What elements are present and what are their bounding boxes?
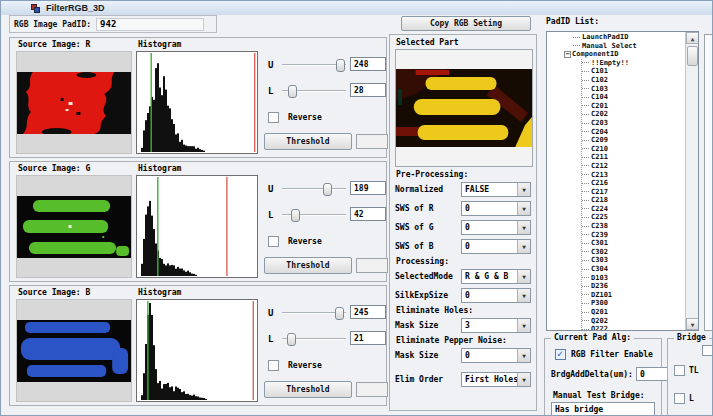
rgb-filter-enable-checkbox[interactable] (555, 349, 566, 360)
chevron-down-icon[interactable]: ▼ (517, 289, 530, 302)
copy-rgb-setting-button[interactable]: Copy RGB Seting (401, 16, 531, 31)
l-value-field[interactable]: 28 (350, 83, 386, 97)
chevron-down-icon[interactable]: ▼ (517, 221, 530, 234)
reverse-checkbox[interactable] (268, 236, 279, 247)
l-slider[interactable] (282, 208, 346, 222)
param-row: SilkExpSize 0▼ (395, 287, 531, 303)
threshold-button[interactable]: Threshold (264, 381, 352, 398)
u-slider[interactable] (282, 58, 346, 72)
reverse-checkbox[interactable] (268, 112, 279, 123)
tree-item[interactable]: C217 (582, 188, 685, 197)
collapse-icon[interactable]: − (564, 51, 571, 58)
tree-item-launchpadid[interactable]: LaunchPadID (547, 33, 685, 42)
tree-item[interactable]: D103 (582, 274, 685, 283)
tree-item[interactable]: C201 (582, 102, 685, 111)
tree-item[interactable]: P300 (582, 299, 685, 308)
reverse-checkbox[interactable] (268, 360, 279, 371)
chevron-down-icon[interactable]: ▼ (517, 240, 530, 253)
bridge-delta-label: BrdgAddDelta(um): (551, 370, 633, 379)
window-scroll-strip[interactable] (704, 34, 713, 331)
slider-thumb[interactable] (287, 333, 296, 346)
l-slider[interactable] (282, 332, 346, 346)
slider-thumb[interactable] (323, 183, 332, 196)
tree-item[interactable]: C211 (582, 153, 685, 162)
u-value-field[interactable]: 189 (350, 181, 386, 195)
u-slider[interactable] (282, 306, 346, 320)
tl-checkbox[interactable] (674, 365, 685, 376)
tree-item[interactable]: C301 (582, 239, 685, 248)
tree-item[interactable]: C102 (582, 76, 685, 85)
tree-item[interactable]: C213 (582, 171, 685, 180)
tree-item-componentid[interactable]: −ComponentID (547, 50, 685, 59)
threshold-button[interactable]: Threshold (264, 133, 352, 150)
u-value-field[interactable]: 248 (350, 57, 386, 71)
tree-item[interactable]: Q201 (582, 308, 685, 317)
u-slider[interactable] (282, 182, 346, 196)
param-dropdown[interactable]: R & G & B▼ (461, 269, 531, 284)
reverse-label: Reverse (288, 361, 322, 370)
u-value-field[interactable]: 245 (350, 305, 386, 319)
l-checkbox[interactable] (674, 393, 685, 404)
tree-scrollbar[interactable]: ▲ ▼ (685, 32, 698, 330)
chevron-down-icon[interactable]: ▼ (517, 202, 530, 215)
tree-item[interactable]: C103 (582, 85, 685, 94)
chevron-down-icon[interactable]: ▼ (517, 349, 530, 362)
threshold-field[interactable] (356, 258, 388, 273)
slider-thumb[interactable] (291, 209, 300, 222)
chevron-down-icon[interactable]: ▼ (517, 183, 530, 196)
tree-item[interactable]: Q202 (582, 317, 685, 326)
tree-item[interactable]: C303 (582, 256, 685, 265)
tree-item[interactable]: C224 (582, 205, 685, 214)
param-dropdown[interactable]: 0▼ (461, 201, 531, 216)
slider-thumb[interactable] (335, 307, 344, 320)
tree-item[interactable]: C218 (582, 196, 685, 205)
tree-item[interactable]: C210 (582, 145, 685, 154)
param-row: SelectedMode R & G & B▼ (395, 268, 531, 284)
scrollbar-thumb[interactable] (687, 46, 698, 66)
chevron-down-icon[interactable]: ▼ (517, 270, 530, 283)
tree-item[interactable]: D236 (582, 282, 685, 291)
mask-size-dropdown[interactable]: 0▼ (461, 348, 531, 363)
tree-item[interactable]: C225 (582, 213, 685, 222)
tree-item[interactable]: C209 (582, 136, 685, 145)
param-dropdown[interactable]: 0▼ (461, 288, 531, 303)
tree-item[interactable]: C101 (582, 67, 685, 76)
elim-order-dropdown[interactable]: First Holes,▼ (461, 372, 531, 387)
manual-test-bridge-input[interactable]: Has bridge (551, 402, 655, 416)
tree-item[interactable]: C302 (582, 248, 685, 257)
l-value-field[interactable]: 21 (350, 331, 386, 345)
tree-item[interactable]: C304 (582, 265, 685, 274)
tree-item[interactable]: Q222 (582, 325, 685, 331)
param-dropdown[interactable]: FALSE▼ (461, 182, 531, 197)
chevron-down-icon[interactable]: ▼ (517, 373, 530, 386)
l-slider[interactable] (282, 84, 346, 98)
title-bar[interactable]: FilterRGB_3D (1, 1, 712, 15)
tree-item[interactable]: C239 (582, 231, 685, 240)
scroll-down-icon[interactable]: ▼ (686, 318, 699, 330)
threshold-field[interactable] (356, 382, 388, 397)
tree-item[interactable]: !!Empty!! (582, 59, 685, 68)
mask-size-dropdown[interactable]: 3▼ (461, 318, 531, 333)
threshold-button[interactable]: Threshold (264, 257, 352, 274)
l-value-field[interactable]: 42 (350, 207, 386, 221)
threshold-field[interactable] (356, 134, 388, 149)
tree-item[interactable]: C104 (582, 93, 685, 102)
slider-thumb[interactable] (336, 59, 345, 72)
tree-item[interactable]: C204 (582, 128, 685, 137)
l-label: L (268, 86, 273, 96)
param-dropdown[interactable]: 0▼ (461, 220, 531, 235)
tree-item[interactable]: C238 (582, 222, 685, 231)
tree-item[interactable]: C216 (582, 179, 685, 188)
tree-item-manual-select[interactable]: Manual Select (547, 42, 685, 51)
tree-item[interactable]: C202 (582, 110, 685, 119)
param-dropdown[interactable]: 0▼ (461, 239, 531, 254)
slider-thumb[interactable] (288, 85, 297, 98)
chevron-down-icon[interactable]: ▼ (517, 319, 530, 332)
scroll-up-icon[interactable]: ▲ (686, 32, 699, 44)
tree-item[interactable]: C203 (582, 119, 685, 128)
bridge-checkbox[interactable] (702, 345, 713, 356)
tree-item[interactable]: C212 (582, 162, 685, 171)
tree-item[interactable]: DZ101 (582, 291, 685, 300)
pad-id-label: RGB Image PadID: (14, 20, 91, 29)
padid-tree[interactable]: LaunchPadID Manual Select −ComponentID !… (546, 31, 699, 331)
